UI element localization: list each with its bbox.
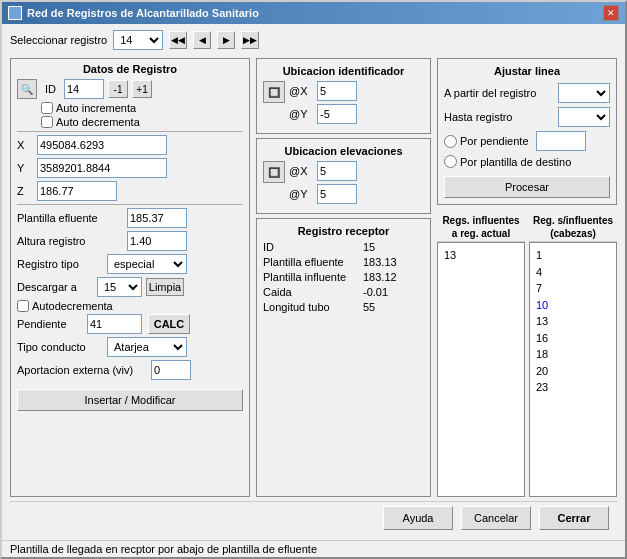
list-item[interactable]: 18 bbox=[534, 346, 612, 363]
list-item[interactable]: 20 bbox=[534, 363, 612, 380]
list-item[interactable]: 13 bbox=[534, 313, 612, 330]
y-input[interactable] bbox=[37, 158, 167, 178]
plantilla-efluente-input[interactable] bbox=[127, 208, 187, 228]
receptor-plantilla-influente-row: Plantilla influente 183.12 bbox=[263, 271, 424, 283]
ubicacion-id-panel: Ubicacion identificador 🔲 @X @Y bbox=[256, 58, 431, 134]
ubicacion-elev-x-row: @X bbox=[289, 161, 357, 181]
top-bar: Seleccionar registro 14 ◀◀ ◀ ▶ ▶▶ bbox=[10, 30, 617, 50]
ubicacion-id-coords: @X @Y bbox=[289, 81, 357, 127]
por-plantilla-label: Por plantilla de destino bbox=[460, 156, 571, 168]
title-bar: Red de Registros de Alcantarillado Sanit… bbox=[2, 2, 625, 24]
registro-receptor-panel: Registro receptor ID 15 Plantilla efluen… bbox=[256, 218, 431, 497]
nav-next-btn[interactable]: ▶ bbox=[217, 31, 235, 49]
altura-label: Altura registro bbox=[17, 235, 127, 247]
receptor-id-label: ID bbox=[263, 241, 363, 253]
plantilla-efluente-row: Plantilla efluente bbox=[17, 208, 243, 228]
autodecrementa-checkbox[interactable] bbox=[17, 300, 29, 312]
cancelar-button[interactable]: Cancelar bbox=[461, 506, 531, 530]
status-bar: Plantilla de llegada en recptor por abaj… bbox=[2, 540, 625, 557]
list-item[interactable]: 16 bbox=[534, 330, 612, 347]
ubicacion-id-y-input[interactable] bbox=[317, 104, 357, 124]
por-plantilla-radio[interactable] bbox=[444, 155, 457, 168]
tipo-conducto-row: Tipo conducto Atarjea Colector bbox=[17, 337, 243, 357]
regs-panel: Regs. influentes a reg. actual 13 Reg. s… bbox=[437, 213, 617, 497]
x-input[interactable] bbox=[37, 135, 167, 155]
ajustar-title: Ajustar linea bbox=[444, 65, 610, 77]
ubicacion-id-inner: 🔲 @X @Y bbox=[263, 81, 424, 127]
auto-incrementa-checkbox[interactable] bbox=[41, 102, 53, 114]
nav-last-btn[interactable]: ▶▶ bbox=[241, 31, 259, 49]
ubicacion-elev-icon[interactable]: 🔲 bbox=[263, 161, 285, 183]
ubicacion-id-x-input[interactable] bbox=[317, 81, 357, 101]
ayuda-button[interactable]: Ayuda bbox=[383, 506, 453, 530]
id-label: ID bbox=[45, 83, 56, 95]
ubicacion-elev-x-input[interactable] bbox=[317, 161, 357, 181]
aportacion-input[interactable] bbox=[151, 360, 191, 380]
registro-select[interactable]: 14 bbox=[113, 30, 163, 50]
list-item[interactable]: 1 bbox=[534, 247, 612, 264]
ubicacion-elev-y-row: @Y bbox=[289, 184, 357, 204]
tipo-conducto-select[interactable]: Atarjea Colector bbox=[107, 337, 187, 357]
id-increment-btn[interactable]: +1 bbox=[132, 80, 152, 98]
regs-influentes-list[interactable]: 13 bbox=[437, 242, 525, 497]
z-input[interactable] bbox=[37, 181, 117, 201]
receptor-caida-value: -0.01 bbox=[363, 286, 388, 298]
cerrar-button[interactable]: Cerrar bbox=[539, 506, 609, 530]
regs-influentes-values: 13 bbox=[440, 245, 522, 266]
por-pendiente-radio[interactable] bbox=[444, 135, 457, 148]
regs-sin-influentes-list[interactable]: 1 4 7 10 13 16 18 20 23 bbox=[529, 242, 617, 497]
altura-input[interactable] bbox=[127, 231, 187, 251]
insertar-button[interactable]: Insertar / Modificar bbox=[17, 389, 243, 411]
descargar-label: Descargar a bbox=[17, 281, 97, 293]
regs-influentes-col: Regs. influentes a reg. actual 13 bbox=[437, 213, 525, 497]
window-icon bbox=[8, 6, 22, 20]
ajustar-desde-label: A partir del registro bbox=[444, 87, 554, 99]
nav-prev-btn[interactable]: ◀ bbox=[193, 31, 211, 49]
plantilla-efluente-label: Plantilla efluente bbox=[17, 212, 127, 224]
calc-button[interactable]: CALC bbox=[148, 314, 190, 334]
z-label: Z bbox=[17, 185, 37, 197]
right-panel: Ajustar linea A partir del registro Hast… bbox=[437, 58, 617, 497]
y-row: Y bbox=[17, 158, 243, 178]
id-input[interactable] bbox=[64, 79, 104, 99]
receptor-longitud-value: 55 bbox=[363, 301, 375, 313]
list-item[interactable]: 10 bbox=[534, 297, 612, 314]
regs-sin-influentes-values: 1 4 7 10 13 16 18 20 23 bbox=[532, 245, 614, 398]
nav-first-btn[interactable]: ◀◀ bbox=[169, 31, 187, 49]
registro-tipo-select[interactable]: especial normal bbox=[107, 254, 187, 274]
limpia-button[interactable]: Limpia bbox=[146, 278, 184, 296]
list-item[interactable]: 4 bbox=[534, 264, 612, 281]
id-icon-btn[interactable]: 🔍 bbox=[17, 79, 37, 99]
pendiente-input[interactable] bbox=[87, 314, 142, 334]
pendiente-row: Pendiente CALC bbox=[17, 314, 243, 334]
receptor-id-row: ID 15 bbox=[263, 241, 424, 253]
ajustar-hasta-select[interactable] bbox=[558, 107, 610, 127]
receptor-caida-row: Caida -0.01 bbox=[263, 286, 424, 298]
ubicacion-id-y-row: @Y bbox=[289, 104, 357, 124]
y-label: Y bbox=[17, 162, 37, 174]
list-item[interactable]: 7 bbox=[534, 280, 612, 297]
ubicacion-elev-panel: Ubicacion elevaciones 🔲 @X @Y bbox=[256, 138, 431, 214]
receptor-plantilla-efluente-value: 183.13 bbox=[363, 256, 397, 268]
procesar-button[interactable]: Procesar bbox=[444, 176, 610, 198]
list-item[interactable]: 13 bbox=[442, 247, 520, 264]
descargar-select[interactable]: 15 bbox=[97, 277, 142, 297]
ubicacion-id-x-label: @X bbox=[289, 85, 313, 97]
ubicacion-elev-y-label: @Y bbox=[289, 188, 313, 200]
ubicacion-elev-inner: 🔲 @X @Y bbox=[263, 161, 424, 207]
list-item[interactable]: 23 bbox=[534, 379, 612, 396]
id-decrement-btn[interactable]: -1 bbox=[108, 80, 128, 98]
ajustar-desde-select[interactable] bbox=[558, 83, 610, 103]
ubicacion-id-icon[interactable]: 🔲 bbox=[263, 81, 285, 103]
content-row: Datos de Registro 🔍 ID -1 +1 Auto increm… bbox=[10, 58, 617, 497]
ajustar-desde-row: A partir del registro bbox=[444, 83, 610, 103]
por-plantilla-row: Por plantilla de destino bbox=[444, 155, 610, 168]
por-pendiente-label: Por pendiente bbox=[460, 135, 529, 147]
tipo-conducto-label: Tipo conducto bbox=[17, 341, 107, 353]
z-row: Z bbox=[17, 181, 243, 201]
pendiente-ajustar-input[interactable] bbox=[536, 131, 586, 151]
close-button[interactable]: ✕ bbox=[603, 5, 619, 21]
autodecrementa-label: Autodecrementa bbox=[32, 300, 113, 312]
ubicacion-elev-y-input[interactable] bbox=[317, 184, 357, 204]
auto-decrementa-checkbox[interactable] bbox=[41, 116, 53, 128]
